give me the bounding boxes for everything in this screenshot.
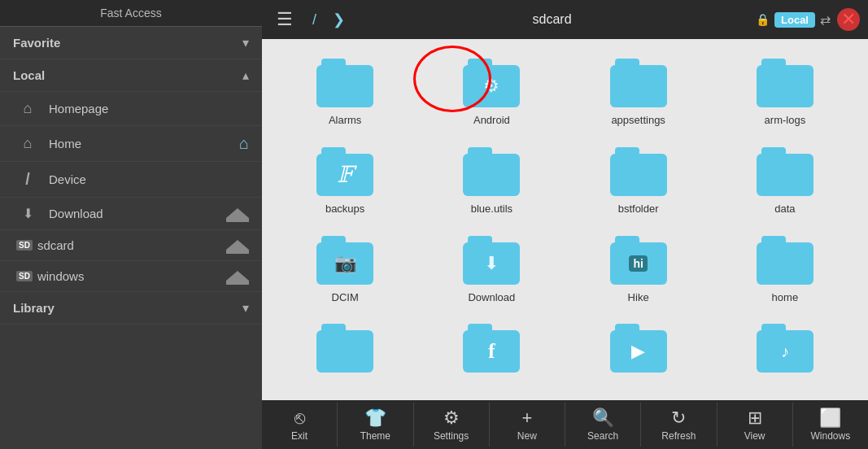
folder-videos-icon: ▶: [610, 324, 667, 373]
folder-arm-logs-name: arm-logs: [765, 114, 806, 126]
folder-alarms[interactable]: Alarms: [275, 52, 415, 134]
path-arrow: ❯: [329, 11, 348, 28]
folder-dcim-name: DCIM: [332, 291, 359, 303]
view-label: View: [744, 430, 765, 442]
folder-data[interactable]: data: [715, 141, 855, 223]
homepage-label: Homepage: [49, 102, 249, 116]
toolbar-view[interactable]: ⊞ View: [718, 403, 793, 447]
eject-windows[interactable]: [226, 271, 249, 282]
download-folder-icon: ⬇: [484, 253, 499, 274]
music-icon: ♪: [781, 342, 789, 361]
home-icon-right: ⌂: [239, 134, 249, 153]
folder-arm-logs-icon: [757, 59, 813, 107]
folder-blue-utils-icon: [463, 147, 520, 196]
windows-chip: SD: [16, 271, 33, 281]
sidebar-section-favorite[interactable]: Favorite ▾: [0, 27, 262, 59]
local-arrow: ▴: [242, 68, 249, 83]
folder-hike-icon: hi: [610, 236, 667, 285]
search-label: Search: [587, 430, 618, 442]
folder-dcim-icon: 📷: [316, 236, 373, 285]
folder-dcim[interactable]: 📷 DCIM: [275, 229, 415, 312]
menu-icon[interactable]: ☰: [270, 6, 299, 33]
library-label: Library: [13, 301, 55, 315]
homepage-icon: ⌂: [16, 100, 39, 117]
sidebar-item-download[interactable]: ⬇ Download: [0, 198, 262, 230]
toolbar-theme[interactable]: 👕 Theme: [338, 403, 413, 447]
sidebar-section-local[interactable]: Local ▴: [0, 59, 262, 92]
sidebar-item-windows[interactable]: SD windows: [0, 261, 262, 292]
folder-row4-1-icon: [316, 324, 373, 373]
folder-appsettings-name: appsettings: [611, 114, 665, 126]
folder-home[interactable]: home: [715, 229, 855, 312]
lock-icon: 🔒: [756, 13, 770, 26]
folder-blue-utils-name: blue.utils: [471, 203, 513, 215]
refresh-icon: ↻: [671, 408, 686, 429]
close-button[interactable]: ✕: [837, 8, 860, 31]
folder-facebook[interactable]: f: [421, 317, 561, 387]
eject-sdcard[interactable]: [226, 240, 249, 251]
new-icon: +: [521, 408, 532, 429]
folder-bstfolder-icon: [610, 147, 667, 196]
library-arrow: ▾: [242, 300, 249, 316]
sidebar-item-device[interactable]: / Device: [0, 162, 262, 198]
folder-download-name: Download: [468, 291, 515, 303]
sidebar-section-library[interactable]: Library ▾: [0, 292, 262, 325]
download-label: Download: [49, 207, 226, 220]
eject-download[interactable]: [226, 208, 249, 220]
folder-bstfolder[interactable]: bstfolder: [569, 141, 709, 223]
play-icon: ▶: [631, 341, 645, 362]
device-label: Device: [49, 172, 249, 186]
folder-download[interactable]: ⬇ Download: [421, 229, 561, 312]
download-icon: ⬇: [16, 206, 39, 221]
toolbar-refresh[interactable]: ↻ Refresh: [641, 403, 717, 447]
search-icon: 🔍: [592, 408, 614, 429]
folder-arm-logs[interactable]: arm-logs: [715, 52, 855, 134]
theme-icon: 👕: [364, 408, 386, 429]
file-grid: Alarms ⚙ Android: [262, 39, 868, 400]
sidebar-bottom-space: [0, 325, 262, 449]
toolbar-search[interactable]: 🔍 Search: [565, 403, 641, 447]
sidebar-item-homepage[interactable]: ⌂ Homepage: [0, 92, 262, 126]
folder-blue-utils[interactable]: blue.utils: [421, 141, 561, 223]
folder-row4-1[interactable]: [275, 317, 415, 387]
folder-data-name: data: [774, 203, 795, 215]
settings-icon: ⚙: [443, 408, 460, 429]
folder-appsettings[interactable]: appsettings: [569, 52, 709, 134]
folder-backups[interactable]: 𝔽 backups: [275, 141, 415, 223]
home-label: Home: [49, 137, 239, 150]
windows-label: windows: [37, 269, 226, 283]
folder-bstfolder-name: bstfolder: [618, 203, 659, 215]
toolbar-new[interactable]: + New: [490, 403, 565, 447]
folder-download-icon: ⬇: [463, 236, 520, 285]
folder-android-name: Android: [473, 114, 510, 126]
device-icon: /: [16, 170, 39, 189]
toolbar-settings[interactable]: ⚙ Settings: [414, 403, 490, 447]
current-path: sdcard: [355, 12, 749, 27]
folder-hike[interactable]: hi Hike: [569, 229, 709, 312]
folder-videos[interactable]: ▶: [569, 317, 709, 387]
folder-home-name: home: [772, 291, 799, 303]
folder-home-icon: [757, 236, 813, 285]
toolbar-exit[interactable]: ⎋ Exit: [262, 403, 338, 447]
favorite-arrow: ▾: [242, 35, 249, 50]
refresh-label: Refresh: [661, 430, 696, 442]
facebook-icon: f: [488, 339, 495, 364]
new-label: New: [517, 430, 537, 442]
toolbar-windows[interactable]: ⬜ Windows: [793, 403, 868, 447]
transfer-icon: ⇄: [820, 12, 831, 28]
folder-music-icon: ♪: [757, 324, 813, 373]
folder-music[interactable]: ♪: [715, 317, 855, 387]
gear-icon: ⚙: [483, 76, 499, 97]
sidebar: Fast Access Favorite ▾ Local ▴ ⌂ Homepag…: [0, 0, 262, 449]
folder-android[interactable]: ⚙ Android: [421, 52, 561, 134]
folder-android-icon: ⚙: [463, 59, 520, 107]
sidebar-item-sdcard[interactable]: SD sdcard: [0, 230, 262, 261]
view-icon: ⊞: [748, 408, 762, 429]
sidebar-item-home[interactable]: ⌂ Home ⌂: [0, 126, 262, 162]
bottom-toolbar: ⎋ Exit 👕 Theme ⚙ Settings + New 🔍 Search…: [262, 400, 868, 449]
local-label: Local: [13, 68, 45, 82]
f-icon: 𝔽: [337, 161, 353, 188]
theme-label: Theme: [360, 430, 390, 442]
local-badge-label: Local: [781, 14, 809, 26]
exit-label: Exit: [291, 430, 308, 442]
